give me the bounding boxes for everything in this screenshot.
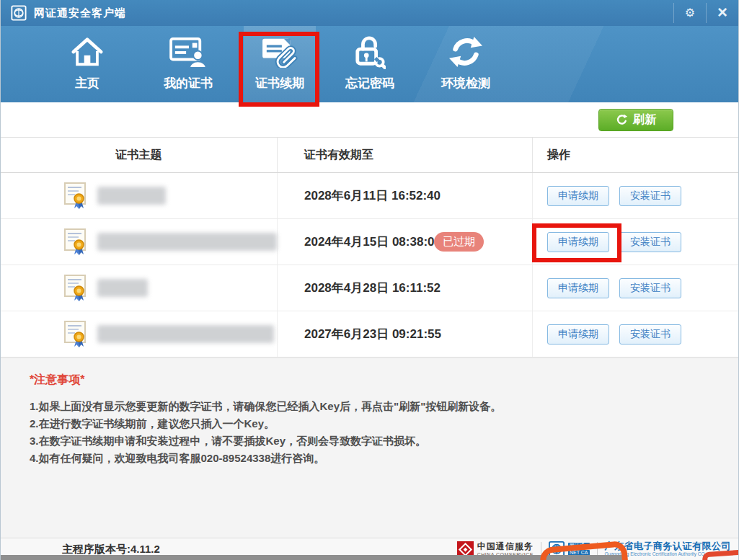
note-line: 2.在进行数字证书续期前，建议您只插入一个Key。 xyxy=(30,415,709,432)
header-cert-expiry: 证书有效期至 xyxy=(277,138,532,172)
refresh-icon xyxy=(616,114,628,126)
nav-label: 主页 xyxy=(75,75,99,92)
header-cert-subject: 证书主题 xyxy=(1,138,277,172)
table-row: 2024年4月15日 08:38:08 已过期 申请续期 安装证书 xyxy=(1,219,738,265)
redacted-subject xyxy=(97,279,148,297)
environment-check-icon xyxy=(449,33,482,71)
expiry-date: 2028年6月11日 16:52:40 xyxy=(304,187,441,204)
install-button[interactable]: 安装证书 xyxy=(619,278,681,298)
redacted-subject xyxy=(97,187,166,205)
table-header: 证书主题 证书有效期至 操作 xyxy=(1,138,738,173)
app-logo-icon xyxy=(11,5,27,21)
certificate-icon xyxy=(64,228,89,256)
nav-item-certificate-renewal[interactable]: 证书续期 xyxy=(244,26,316,102)
china-comservice-cn: 中国通信服务 xyxy=(477,542,534,551)
certificate-card-icon xyxy=(169,33,207,71)
window-bottom-edge xyxy=(1,555,622,560)
settings-button[interactable]: ⚙ xyxy=(674,0,706,26)
renew-button[interactable]: 申请续期 xyxy=(547,186,609,206)
nav-item-forgot-password[interactable]: 忘记密码 xyxy=(337,33,402,92)
refresh-label: 刷新 xyxy=(633,112,656,128)
expired-badge: 已过期 xyxy=(434,232,484,252)
renew-button[interactable]: 申请续期 xyxy=(547,324,609,345)
redacted-subject xyxy=(97,233,277,251)
install-button[interactable]: 安装证书 xyxy=(619,186,681,206)
divider xyxy=(541,542,541,556)
certificate-icon xyxy=(64,182,89,210)
close-button[interactable]: × xyxy=(707,0,738,26)
certificate-icon xyxy=(64,321,89,348)
header-operation: 操作 xyxy=(532,138,738,172)
table-row: 2028年6月11日 16:52:40 申请续期 安装证书 xyxy=(1,173,738,219)
window-controls: ⚙ × xyxy=(673,0,738,26)
home-icon xyxy=(71,33,104,71)
redacted-subject xyxy=(97,325,274,343)
table-row: 2028年4月28日 16:11:52 申请续期 安装证书 xyxy=(1,265,738,311)
nav-label: 忘记密码 xyxy=(345,75,394,92)
toolbar: 刷新 xyxy=(1,102,738,138)
renew-button[interactable]: 申请续期 xyxy=(547,232,609,252)
note-line: 4.如有任何疑问，欢迎致电我司客服020-89524338进行咨询。 xyxy=(30,450,709,467)
gear-icon: ⚙ xyxy=(685,7,695,19)
refresh-button[interactable]: 刷新 xyxy=(598,109,673,131)
certificate-icon xyxy=(64,275,89,302)
install-button[interactable]: 安装证书 xyxy=(619,324,681,345)
nav-item-my-certificates[interactable]: 我的证书 xyxy=(156,33,221,92)
main-nav: 主页 我的证书 证书续期 忘记密码 环境检测 xyxy=(1,26,738,102)
note-line: 1.如果上面没有显示您要更新的数字证书，请确保您已经插入Key后，再点击"刷新"… xyxy=(30,398,709,415)
table-row: 2027年6月23日 09:21:55 申请续期 安装证书 xyxy=(1,311,738,357)
app-window: 网证通安全客户端 ⚙ × 主页 我的证书 证书续期 xyxy=(0,0,739,560)
close-icon: × xyxy=(717,4,727,21)
expiry-date: 2028年4月28日 16:11:52 xyxy=(304,280,441,296)
nav-item-environment-check[interactable]: 环境检测 xyxy=(433,33,498,92)
gdca-cn: 广东省电子商务认证有限公司 xyxy=(605,541,732,551)
window-title: 网证通安全客户端 xyxy=(34,6,126,20)
nav-label: 证书续期 xyxy=(255,75,304,92)
expiry-date: 2024年4月15日 08:38:08 xyxy=(304,234,441,250)
gdca-logo: 广东省电子商务认证有限公司 Guangdong Electronic Certi… xyxy=(605,541,732,557)
titlebar: 网证通安全客户端 ⚙ × xyxy=(1,0,738,26)
nav-label: 我的证书 xyxy=(164,75,213,92)
version-label: 主程序版本号:4.11.2 xyxy=(62,543,160,556)
expiry-date: 2027年6月23日 09:21:55 xyxy=(304,326,441,342)
gdca-en: Guangdong Electronic Certification Autho… xyxy=(605,552,732,557)
notes-title: *注意事项* xyxy=(30,373,709,388)
divider xyxy=(597,542,598,556)
notes-section: *注意事项* 1.如果上面没有显示您要更新的数字证书，请确保您已经插入Key后，… xyxy=(1,357,738,538)
netca-cn: 网证通 xyxy=(568,543,590,548)
renew-button[interactable]: 申请续期 xyxy=(547,278,609,298)
install-button[interactable]: 安装证书 xyxy=(619,232,681,252)
certificate-renew-icon xyxy=(261,33,298,71)
note-line: 3.在数字证书续期申请和安装过程中，请不要插拔Key，否则会导致数字证书损坏。 xyxy=(30,432,709,450)
nav-item-home[interactable]: 主页 xyxy=(55,33,120,92)
nav-label: 环境检测 xyxy=(441,75,490,92)
forgot-password-icon xyxy=(354,33,386,71)
